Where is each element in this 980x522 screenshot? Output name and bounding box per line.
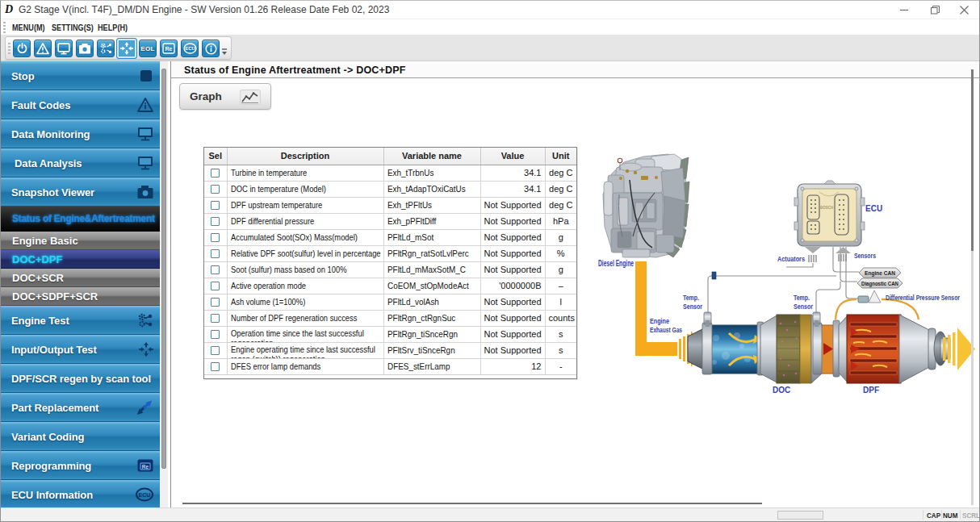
toolbar-engine-test-button[interactable] (97, 40, 115, 57)
sidebar-item-stop[interactable]: Stop (1, 61, 160, 90)
row-checkbox[interactable] (211, 298, 220, 307)
col-header-value[interactable]: Value (480, 148, 545, 165)
sidebar-item-input-output-test[interactable]: Input/Output Test (1, 335, 160, 364)
sidebar-item-label: Engine Test (11, 314, 69, 326)
sidebar-item-label: Reprogramming (11, 459, 91, 471)
menu-gripper[interactable] (3, 22, 6, 33)
sidebar-item-doc-scr[interactable]: DOC+SCR (1, 269, 160, 287)
toolbar-data-monitoring-button[interactable] (55, 40, 73, 57)
reprogram-icon: Re (162, 43, 175, 54)
toolbar-snapshot-button[interactable] (76, 40, 94, 57)
minimize-button[interactable] (890, 1, 918, 19)
monitor-icon (57, 43, 70, 55)
sidebar-scrollbar[interactable] (160, 61, 168, 509)
cell-value: Not Supported (480, 342, 545, 358)
sidebar-item-part-replacement[interactable]: Part Replacement (1, 393, 160, 422)
menu-bar: MENU(M) SETTING(S) HELP(H) (1, 19, 979, 35)
table-row: DPF upstream temperature Exh_tPFltUs Not… (204, 197, 576, 213)
cell-unit: deg C (545, 181, 576, 197)
status-cap-indicator: CAP (927, 511, 940, 520)
toolbar-ecu-info-button[interactable]: ECU (181, 40, 199, 57)
actuators-label: Actuators (777, 255, 805, 263)
sidebar-item-variant-coding[interactable]: Variant Coding (1, 422, 160, 451)
sidebar-item-data-monitoring[interactable]: Data Monitoring (1, 119, 160, 148)
toolbar-fault-codes-button[interactable] (34, 40, 52, 57)
menu-item-help[interactable]: HELP(H) (98, 23, 128, 32)
row-checkbox[interactable] (211, 217, 220, 226)
col-header-description[interactable]: Description (227, 148, 383, 165)
cell-variable: Exh_tPFltUs (383, 197, 480, 213)
sidebar-item-ecu-information[interactable]: ECU Information ECU (1, 480, 160, 509)
eol-icon: EOL (140, 45, 154, 52)
sidebar-item-dpf-scr-regen[interactable]: DPF/SCR regen by scan tool (1, 364, 160, 393)
toolbar-power-button[interactable] (13, 40, 31, 57)
cell-variable: PFltSrv_tiSnceRgn (383, 342, 480, 358)
sidebar-item-label: Snapshot Viewer (11, 186, 94, 198)
row-checkbox[interactable] (211, 282, 220, 290)
table-row: Engine operating time since last success… (204, 342, 576, 358)
sidebar-item-data-analysis[interactable]: Data Analysis (1, 148, 160, 177)
reprogram-icon: Re (136, 458, 154, 473)
menu-item-setting[interactable]: SETTING(S) (52, 23, 94, 32)
sidebar-item-fault-codes[interactable]: Fault Codes (1, 90, 160, 119)
sidebar-item-snapshot-viewer[interactable]: Snapshot Viewer (1, 177, 160, 207)
toolbar-eol-button[interactable]: EOL (139, 40, 157, 57)
breadcrumb: Status of Engine Aftertreatment -> DOC+D… (184, 65, 406, 76)
row-checkbox[interactable] (211, 346, 220, 355)
app-logo-icon: D (5, 4, 15, 15)
row-checkbox[interactable] (211, 362, 220, 371)
row-checkbox[interactable] (211, 169, 220, 177)
graph-button[interactable]: Graph (179, 83, 271, 110)
title-bar: D G2 Stage V(incl. T4F)_DM/DN Engine - S… (1, 1, 979, 19)
cell-unit: g (545, 229, 576, 245)
cell-unit: l (545, 294, 576, 310)
sidebar-item-engine-test[interactable]: Engine Test (1, 306, 160, 335)
sensor-pins (839, 254, 846, 261)
row-checkbox[interactable] (211, 249, 220, 258)
toolbar-info-button[interactable] (202, 40, 220, 57)
toolbar-io-test-button[interactable] (116, 38, 137, 59)
row-checkbox[interactable] (211, 314, 220, 323)
grid-header-row: Sel Description Variable name Value Unit (204, 148, 576, 165)
col-header-sel[interactable]: Sel (204, 148, 227, 165)
cell-description: Accumulated Soot(SOx) Mass(model) (227, 229, 383, 245)
sidebar-item-label: DOC+SCR (12, 272, 64, 284)
menu-item-menu[interactable]: MENU(M) (12, 23, 45, 32)
toolbar-overflow-icon[interactable] (221, 48, 228, 56)
sidebar-item-label: Variant Coding (11, 430, 84, 442)
row-checkbox[interactable] (211, 330, 220, 339)
sidebar-item-engine-basic[interactable]: Engine Basic (1, 232, 160, 250)
window-title: G2 Stage V(incl. T4F)_DM/DN Engine - SW … (19, 4, 389, 15)
sidebar-item-doc-sdpf-scr[interactable]: DOC+SDPF+SCR (1, 287, 160, 306)
row-checkbox[interactable] (211, 265, 220, 274)
cell-description: DFES error lamp demands (227, 358, 383, 374)
cell-description: Relative DPF soot(sulfur) level in perce… (227, 245, 383, 261)
ecu-label: ECU (865, 204, 882, 213)
sidebar-item-reprogramming[interactable]: Reprogramming Re (1, 451, 160, 480)
row-checkbox[interactable] (211, 201, 220, 210)
cell-description: Soot (sulfur) mass based on 100% (227, 261, 383, 278)
toolbar-band: EOL Re ECU (5, 36, 232, 60)
monitor-icon (136, 126, 154, 142)
sidebar-item-doc-dpf[interactable]: DOC+DPF (1, 250, 160, 269)
restore-button[interactable] (921, 1, 949, 19)
close-button[interactable] (950, 1, 978, 19)
cell-value: Not Supported (480, 261, 545, 278)
ecu-icon: ECU (183, 43, 197, 54)
cell-description: Operation time since the last successful… (227, 326, 383, 342)
col-header-unit[interactable]: Unit (545, 148, 576, 165)
svg-text:Diagnostic CAN: Diagnostic CAN (861, 281, 898, 287)
col-header-variable-name[interactable]: Variable name (383, 148, 480, 165)
row-checkbox[interactable] (211, 233, 220, 242)
minimize-icon (900, 6, 909, 15)
content-vscrollbar-thumb[interactable] (971, 69, 974, 251)
toolbar-gripper[interactable] (8, 43, 10, 55)
svg-text:Engine CAN: Engine CAN (865, 270, 895, 277)
close-icon (960, 6, 969, 15)
row-checkbox[interactable] (211, 185, 220, 194)
sidebar-scrollbar-thumb[interactable] (161, 69, 166, 469)
dpf-label: DPF (863, 386, 879, 395)
sidebar-group-status-of-engine[interactable]: Status of Engine&Aftertreatment (1, 207, 160, 232)
content-hscrollbar-thumb[interactable] (182, 503, 762, 504)
toolbar-reprogramming-button[interactable]: Re (160, 40, 178, 57)
